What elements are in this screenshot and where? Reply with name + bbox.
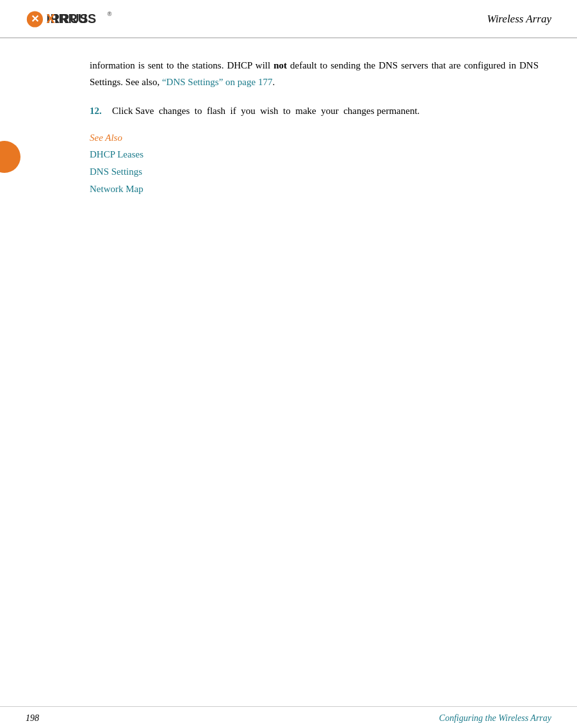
- see-also-dhcp-leases-link[interactable]: DHCP Leases: [90, 146, 539, 163]
- item-number-12: 12.: [90, 103, 112, 120]
- footer-chapter-title: Configuring the Wireless Array: [439, 713, 551, 724]
- see-also-title: See Also: [90, 133, 539, 143]
- paragraph-1-text-before: information is sent to the stations. DHC…: [90, 60, 273, 70]
- svg-text:IRRUS: IRRUS: [54, 12, 97, 26]
- header-title: Wireless Array: [487, 13, 551, 26]
- paragraph-1: information is sent to the stations. DHC…: [90, 58, 539, 90]
- logo-container: ✕ IRRUS ® X IRRUS: [26, 8, 118, 31]
- content-area: information is sent to the stations. DHC…: [0, 38, 577, 217]
- paragraph-1-period: .: [272, 77, 275, 87]
- item-12-bold: Save changes to flash: [135, 106, 225, 116]
- page-container: ✕ IRRUS ® X IRRUS Wireless Array informa…: [0, 0, 577, 728]
- xirrus-logo: ✕ IRRUS ® X IRRUS: [26, 8, 118, 31]
- svg-text:®: ®: [108, 11, 112, 17]
- content-wrapper: information is sent to the stations. DHC…: [0, 38, 577, 728]
- numbered-item-12: 12. Click Save changes to flash if you w…: [90, 103, 539, 120]
- footer: 198 Configuring the Wireless Array: [0, 706, 577, 728]
- see-also-dns-settings-link[interactable]: DNS Settings: [90, 163, 539, 181]
- dns-settings-link-inline[interactable]: “DNS Settings” on page 177: [162, 77, 272, 87]
- see-also-section: See Also DHCP Leases DNS Settings Networ…: [90, 133, 539, 198]
- paragraph-1-bold: not: [273, 60, 287, 70]
- see-also-network-map-link[interactable]: Network Map: [90, 181, 539, 198]
- footer-page-number: 198: [26, 713, 39, 724]
- svg-text:✕: ✕: [31, 13, 39, 24]
- item-12-text: Click Save changes to flash if you wish …: [112, 103, 539, 120]
- header: ✕ IRRUS ® X IRRUS Wireless Array: [0, 0, 577, 38]
